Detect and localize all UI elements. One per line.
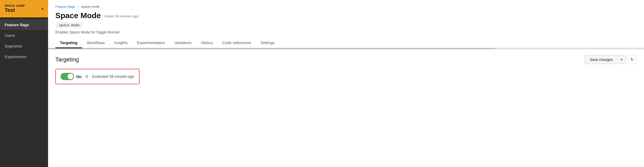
- tabs-bar: Targeting Workflows Insights Experimenta…: [48, 38, 644, 48]
- toggle-switch[interactable]: On: [61, 73, 82, 80]
- tab-code-references[interactable]: Code references: [218, 38, 256, 48]
- sidebar-item-users[interactable]: Users: [0, 30, 48, 41]
- flag-title-row: Space Mode Added 38 minutes ago: [55, 11, 637, 20]
- tab-experimentation[interactable]: Experimentation: [132, 38, 170, 48]
- save-btn-group: Save changes ▾ ↻: [584, 55, 637, 64]
- save-changes-button[interactable]: Save changes: [584, 55, 618, 64]
- toggle-state-label: On: [76, 74, 82, 79]
- flag-description: Enables Space Mode for Toggle Runner: [55, 30, 637, 34]
- chevron-down-icon: ▾: [42, 7, 43, 11]
- chevron-down-icon: ▾: [621, 58, 623, 61]
- content-area: Targeting Save changes ▾ ↻ On ⚙ Evaluate…: [48, 49, 644, 167]
- tab-variations[interactable]: Variations: [170, 38, 196, 48]
- tab-targeting[interactable]: Targeting: [55, 38, 82, 48]
- content-header-row: Targeting Save changes ▾ ↻: [55, 55, 637, 64]
- breadcrumb-link[interactable]: Feature flags: [55, 5, 75, 9]
- flag-key-badge: space-mode: [55, 22, 83, 28]
- tab-settings[interactable]: Settings: [256, 38, 279, 48]
- refresh-button[interactable]: ↻: [628, 55, 637, 64]
- sidebar-header[interactable]: SPACE CAMP Test ▾: [0, 0, 48, 17]
- content-section-title: Targeting: [55, 56, 79, 63]
- tab-insights[interactable]: Insights: [109, 38, 132, 48]
- toggle-knob: [68, 74, 73, 79]
- flag-added-time: Added 38 minutes ago: [104, 14, 138, 18]
- tab-workflows[interactable]: Workflows: [82, 38, 109, 48]
- save-changes-dropdown-button[interactable]: ▾: [618, 55, 626, 64]
- sidebar-item-segments[interactable]: Segments: [0, 41, 48, 51]
- main-content: Feature flags / space-mode Space Mode Ad…: [48, 0, 644, 167]
- flag-title: Space Mode: [55, 11, 101, 20]
- evaluated-icon: ⚙: [85, 74, 89, 79]
- breadcrumb-separator: /: [78, 5, 79, 9]
- sidebar-project: Test: [5, 7, 25, 13]
- toggle-row: On ⚙ Evaluated 38 minutes ago: [55, 69, 140, 84]
- breadcrumb-current: space-mode: [81, 5, 100, 9]
- refresh-icon: ↻: [630, 57, 634, 62]
- evaluated-text: Evaluated 38 minutes ago: [92, 74, 134, 79]
- tab-history[interactable]: History: [196, 38, 218, 48]
- top-area: Feature flags / space-mode Space Mode Ad…: [48, 0, 644, 34]
- sidebar-item-experiments[interactable]: Experiments: [0, 51, 48, 62]
- sidebar: SPACE CAMP Test ▾ Feature flags Users Se…: [0, 0, 48, 167]
- breadcrumb: Feature flags / space-mode: [55, 5, 637, 9]
- sidebar-org: SPACE CAMP: [5, 4, 25, 7]
- sidebar-item-feature-flags[interactable]: Feature flags: [0, 19, 48, 30]
- sidebar-nav: Feature flags Users Segments Experiments: [0, 17, 48, 167]
- toggle-background[interactable]: [61, 73, 74, 80]
